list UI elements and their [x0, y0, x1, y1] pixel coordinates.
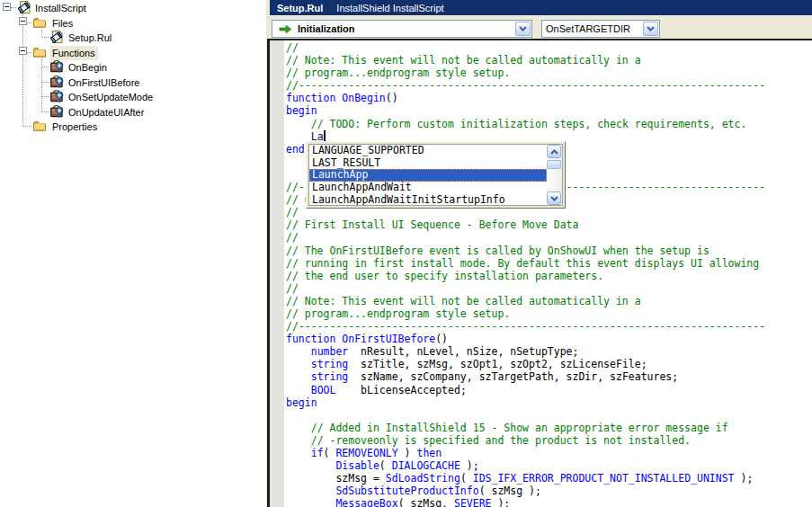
code-line: //--------------------------------------…	[286, 320, 765, 333]
tree-item-onupdateuiafter[interactable]: OnUpdateUIAfter	[0, 104, 266, 120]
tree-item-label[interactable]: Setup.Rul	[66, 31, 114, 45]
tree-item-label[interactable]: Files	[49, 16, 76, 31]
code-line: string szTitle, szMsg, szOpt1, szOpt2, s…	[286, 358, 765, 370]
folder-icon	[32, 45, 47, 59]
code-line: begin	[286, 396, 765, 409]
script-icon	[49, 30, 64, 44]
code-line: BOOL bLicenseAccepted;	[286, 384, 765, 396]
code-line: MessageBox( szMsg, SEVERE );	[286, 497, 765, 507]
tree-item-label[interactable]: Properties	[49, 120, 100, 134]
code-line: // First Install UI Sequence - Before Mo…	[286, 218, 765, 231]
code-line: number nResult, nLevel, nSize, nSetupTyp…	[286, 345, 765, 358]
code-line: // Note: This event will not be called a…	[286, 54, 765, 67]
chevron-down-icon	[519, 26, 527, 31]
editor-tab-setup-rul[interactable]: Setup.Rul	[277, 3, 323, 13]
tree-collapse-icon[interactable]	[3, 3, 11, 11]
scroll-up-button[interactable]	[547, 145, 561, 158]
autocomplete-popup: LANGUAGE_SUPPORTEDLAST_RESULTLaunchAppLa…	[306, 141, 566, 209]
chevron-down-icon	[550, 196, 558, 201]
autocomplete-item[interactable]: LaunchAppAndWaitInitStartupInfo	[309, 194, 547, 206]
event-category-value: Initialization	[298, 23, 514, 34]
chevron-down-icon	[647, 26, 655, 31]
code-line: szMsg = SdLoadString( IDS_IFX_ERROR_PROD…	[286, 472, 765, 485]
code-line: // the end user to specify installation …	[286, 270, 765, 282]
editor-header: Setup.Rul InstallShield InstallScript	[270, 0, 812, 15]
autocomplete-scrollbar[interactable]	[547, 145, 562, 205]
tree-item-setup-rul[interactable]: Setup.Rul	[0, 30, 266, 45]
code-line: // TODO: Perform custom initialization s…	[286, 118, 765, 130]
tree-item-installscript[interactable]: InstallScript	[0, 0, 266, 15]
code-line: begin	[286, 104, 765, 117]
event-combo-dropdown-button[interactable]	[515, 22, 531, 36]
function-icon	[49, 89, 64, 103]
chevron-up-icon	[550, 149, 558, 155]
event-handler-value: OnSetTARGETDIR	[546, 23, 642, 34]
script-explorer-tree: InstallScriptFilesSetup.RulFunctionsOnBe…	[0, 0, 266, 507]
code-line: // Note: This event will not be called a…	[286, 295, 765, 307]
tree-item-onfirstuibefore[interactable]: OnFirstUIBefore	[0, 75, 266, 90]
code-editor[interactable]: //// Note: This event will not be called…	[267, 39, 812, 507]
scroll-down-button[interactable]	[547, 191, 561, 205]
tree-item-onbegin[interactable]: OnBegin	[0, 59, 266, 75]
autocomplete-item[interactable]: LANGUAGE_SUPPORTED	[309, 145, 547, 157]
code-line: // program...endprogram style setup.	[286, 307, 765, 320]
event-arrow-icon	[279, 24, 292, 34]
tree-collapse-icon[interactable]	[19, 47, 27, 55]
event-handler-combobox[interactable]: OnSetTARGETDIR	[541, 20, 660, 38]
tree-item-files[interactable]: Files	[0, 15, 266, 31]
tree-item-label[interactable]: InstallScript	[32, 1, 89, 15]
tree-item-functions[interactable]: Functions	[0, 45, 266, 60]
code-text: //// Note: This event will not be called…	[286, 41, 765, 507]
tree-item-label[interactable]: OnBegin	[66, 60, 110, 75]
folder-icon	[32, 119, 47, 133]
tree-item-label[interactable]: OnSetUpdateMode	[66, 90, 156, 104]
code-margin-gutter	[270, 40, 284, 507]
code-line: // The OnFirstUIBefore event is called b…	[286, 245, 765, 257]
autocomplete-list: LANGUAGE_SUPPORTEDLAST_RESULTLaunchAppLa…	[308, 144, 563, 206]
folder-icon	[32, 15, 47, 30]
code-line: // -removeonly is specified and the prod…	[286, 434, 765, 447]
tree-item-label[interactable]: Functions	[49, 46, 98, 60]
code-line: if( REMOVEONLY ) then	[286, 447, 765, 459]
code-line: SdSubstituteProductInfo( szMsg );	[286, 485, 765, 497]
editor-title: InstallShield InstallScript	[336, 3, 443, 13]
autocomplete-item[interactable]: LaunchAppAndWait	[309, 182, 547, 194]
function-icon	[49, 104, 64, 119]
autocomplete-item-selected[interactable]: LaunchApp	[309, 169, 547, 182]
scrollbar-thumb[interactable]	[547, 160, 561, 169]
code-line: // Added in InstallShield 15 - Show an a…	[286, 422, 765, 434]
code-line: // running in first install mode. By def…	[286, 257, 765, 270]
editor-toolbar: Initialization OnSetTARGETDIR	[270, 15, 812, 39]
handler-combo-dropdown-button[interactable]	[643, 22, 658, 36]
code-line: //--------------------------------------…	[286, 79, 765, 92]
tree-item-label[interactable]: OnFirstUIBefore	[66, 76, 142, 90]
code-line: Disable( DIALOGCACHE );	[286, 459, 765, 472]
code-line: function OnBegin()	[286, 92, 765, 104]
autocomplete-item[interactable]: LAST_RESULT	[309, 157, 547, 170]
code-line: //	[286, 282, 765, 295]
code-line: // program...endprogram style setup.	[286, 67, 765, 79]
code-line	[286, 409, 765, 422]
script-icon	[17, 0, 31, 14]
code-line: //	[286, 41, 765, 54]
tree-item-label[interactable]: OnUpdateUIAfter	[66, 105, 147, 120]
tree-item-onsetupdatemode[interactable]: OnSetUpdateMode	[0, 89, 266, 104]
tree-item-properties[interactable]: Properties	[0, 119, 266, 134]
function-icon	[49, 75, 64, 89]
function-icon	[49, 59, 64, 74]
event-category-combobox[interactable]: Initialization	[272, 20, 532, 38]
code-line: function OnFirstUIBefore()	[286, 333, 765, 345]
code-line: string szName, szCompany, szTargetPath, …	[286, 370, 765, 383]
code-line: //	[286, 231, 765, 244]
tree-collapse-icon[interactable]	[19, 17, 27, 25]
installshield-script-editor: InstallScriptFilesSetup.RulFunctionsOnBe…	[0, 0, 812, 507]
